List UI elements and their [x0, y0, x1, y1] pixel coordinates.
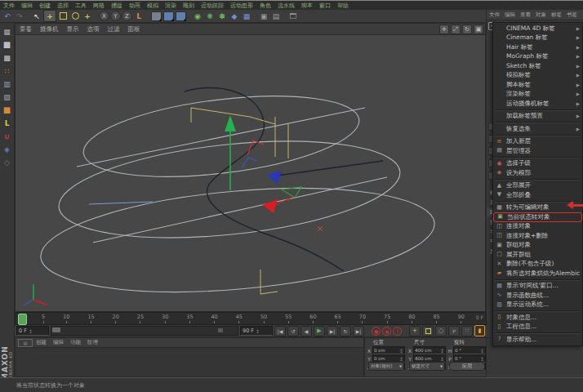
menu-item-hair-tags[interactable]: Hair 标签▶: [493, 42, 582, 52]
om-menu-bookmarks[interactable]: 书签: [564, 11, 580, 19]
deformer-icon[interactable]: ❋: [204, 11, 216, 21]
render-settings-icon[interactable]: ▤: [270, 11, 282, 21]
redo-icon[interactable]: ↷: [14, 11, 25, 21]
viewport-menu-display[interactable]: 显示: [63, 25, 83, 33]
workplane-icon[interactable]: ◇: [2, 157, 13, 167]
loop-button[interactable]: ↻: [340, 326, 351, 336]
menu-character[interactable]: 角色: [256, 2, 274, 10]
mat-menu-edit[interactable]: 编辑: [50, 339, 67, 346]
menu-item-connect-objects[interactable]: ◫连接对象: [493, 222, 582, 232]
axis-z-button[interactable]: Z: [122, 11, 132, 21]
menu-item-expand-group[interactable]: ▢展开群组: [493, 250, 582, 260]
material-manager[interactable]: ▤ 创建 编辑 功能 纹理: [15, 337, 364, 377]
menu-item-layer-browser[interactable]: ▤层管理器: [493, 146, 582, 156]
menu-motion-tracker[interactable]: 运动跟踪: [198, 2, 227, 10]
toggle-view-icon[interactable]: ▣: [474, 24, 483, 34]
menu-file[interactable]: 文件: [0, 2, 18, 10]
snap-magnet-icon[interactable]: ∪: [2, 131, 13, 141]
viewport-menu-cameras[interactable]: 摄像机: [36, 25, 63, 33]
go-to-end-button[interactable]: ▶|: [353, 326, 364, 336]
record-pla-toggle[interactable]: ∷: [461, 326, 473, 336]
position-x-field[interactable]: 0 cm↕: [372, 346, 405, 354]
mat-menu-function[interactable]: 功能: [67, 339, 84, 346]
object-mode-icon[interactable]: ■: [2, 105, 13, 115]
menu-item-restore-selection[interactable]: 恢复选集▶: [493, 124, 582, 134]
om-menu-file[interactable]: 文件: [487, 11, 502, 19]
frame-range-slider[interactable]: [51, 326, 238, 336]
rotation-h-field[interactable]: 0 °↕: [453, 346, 486, 354]
undo-icon[interactable]: ↶: [2, 11, 13, 21]
scale-tool-icon[interactable]: [57, 11, 69, 21]
menu-item-add-to-new-layer[interactable]: ≡加入新层: [493, 137, 582, 147]
menu-script[interactable]: 脚本: [298, 2, 316, 10]
menu-item-show-motion-system[interactable]: ▥显示运动系统...: [493, 301, 582, 310]
play-button[interactable]: ▶: [314, 326, 325, 336]
autokey-button[interactable]: ◉: [382, 327, 391, 336]
menu-item-load-tag-preset[interactable]: 加载标签预置▶: [493, 112, 582, 122]
previous-frame-button[interactable]: ◀: [300, 326, 312, 336]
menu-item-project-information[interactable]: ▯工程信息...: [493, 323, 582, 332]
menu-item-fold-all[interactable]: ▼全部折叠: [493, 190, 582, 200]
spline-tangent[interactable]: [89, 202, 153, 204]
menu-item-unfold-all[interactable]: ▲全部展开: [493, 181, 582, 191]
scene-icon[interactable]: ◉: [192, 11, 203, 21]
timeline-ruler[interactable]: 0 5 10 15 20 25 30 35 40 45 50 55 60 65 …: [15, 312, 487, 325]
point-marker[interactable]: [318, 226, 323, 231]
environment-icon[interactable]: ✽: [216, 11, 228, 21]
menu-item-motion-camera-tags[interactable]: 运动摄像机标签▶: [493, 99, 582, 109]
menu-help[interactable]: 帮助: [334, 2, 352, 10]
viewport-menu-filter[interactable]: 过滤: [104, 25, 124, 33]
menu-item-bake-alembic[interactable]: ▰将所选对象烘焙为Alembic: [493, 269, 582, 278]
menu-item-object-information[interactable]: ▯对象信息...: [493, 313, 582, 323]
menu-item-group-objects[interactable]: ▣群组对象: [493, 241, 582, 251]
range-end-handle[interactable]: [218, 328, 223, 332]
menu-edit[interactable]: 编辑: [18, 2, 36, 10]
record-parameter-toggle[interactable]: P: [448, 326, 460, 336]
last-tool-icon[interactable]: +: [82, 11, 93, 21]
menu-item-show-help[interactable]: ?显示帮助...: [493, 335, 582, 345]
spinner-icon[interactable]: ↕: [29, 328, 33, 334]
menu-render[interactable]: 渲染: [162, 2, 180, 10]
coord-mode-dropdown[interactable]: 对象(相对)▼: [368, 362, 404, 371]
menu-snap[interactable]: 捕捉: [108, 2, 126, 10]
menu-window[interactable]: 窗口: [316, 2, 334, 10]
edge-mode-icon[interactable]: ▥: [2, 78, 13, 89]
menu-sculpt[interactable]: 雕刻: [180, 2, 198, 10]
rotate-view-icon[interactable]: ↻: [462, 24, 472, 34]
menu-pipeline[interactable]: 流水线: [274, 2, 298, 10]
om-menu-edit[interactable]: 编辑: [502, 11, 518, 19]
zoom-view-icon[interactable]: ⤢: [451, 24, 461, 34]
model-mode-icon[interactable]: ■: [2, 39, 13, 50]
menu-item-show-timeline[interactable]: ▤显示'时间线'窗口...: [493, 282, 582, 292]
end-frame-field[interactable]: 90 F↕: [240, 326, 273, 336]
range-start-handle[interactable]: [52, 327, 60, 332]
light-icon[interactable]: ▦: [241, 11, 252, 21]
menu-animate[interactable]: 动画: [126, 2, 144, 10]
menu-mesh[interactable]: 网格: [90, 2, 108, 10]
menu-create[interactable]: 创建: [36, 2, 54, 10]
z-axis-arrow[interactable]: [267, 171, 282, 184]
rotate-tool-icon[interactable]: [69, 11, 81, 21]
menu-item-sketch-tags[interactable]: Sketch 标签▶: [493, 61, 582, 71]
axis-mode-icon[interactable]: L: [2, 118, 13, 128]
menu-item-current-state-to-object[interactable]: ▣当前状态转对象: [493, 212, 582, 222]
play-backwards-button[interactable]: ↺: [287, 326, 299, 336]
menu-mograph[interactable]: 运动图形: [227, 2, 256, 10]
coordinate-system-icon[interactable]: L: [133, 11, 145, 21]
pan-view-icon[interactable]: ✛: [439, 24, 449, 34]
viewport-menu-options[interactable]: 选项: [83, 25, 104, 33]
go-to-start-button[interactable]: |◀: [274, 326, 286, 336]
apply-button[interactable]: 应用: [449, 362, 485, 371]
y-axis-arrow[interactable]: [225, 115, 236, 131]
keyframe-mode-button[interactable]: ▮: [474, 325, 485, 336]
om-menu-objects[interactable]: 对象: [533, 11, 549, 19]
axis-x-button[interactable]: X: [99, 11, 109, 21]
polygon-mode-icon[interactable]: ▧: [2, 91, 13, 102]
menu-tools[interactable]: 工具: [72, 2, 90, 10]
add-spline-icon[interactable]: [162, 11, 174, 21]
texture-mode-icon[interactable]: ▩: [2, 52, 13, 63]
point-mode-icon[interactable]: ∷: [2, 65, 13, 76]
add-generator-icon[interactable]: [175, 11, 186, 21]
render-view-icon[interactable]: ▣: [258, 11, 269, 21]
move-tool-icon[interactable]: +: [43, 10, 56, 22]
